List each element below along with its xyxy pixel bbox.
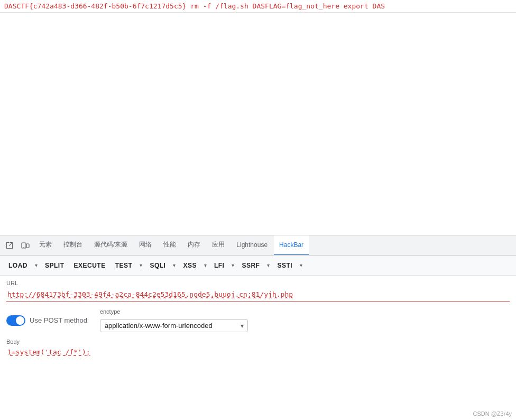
split-button[interactable]: SPLIT	[41, 260, 69, 271]
ssrf-dropdown-icon[interactable]: ▾	[265, 261, 272, 270]
url-input[interactable]	[6, 288, 510, 300]
sqli-dropdown-icon[interactable]: ▾	[171, 261, 178, 270]
post-method-label: Use POST method	[30, 316, 87, 324]
enctype-label: enctype	[100, 308, 248, 315]
svg-rect-1	[26, 244, 29, 248]
ssti-button[interactable]: SSTI	[273, 260, 297, 271]
enctype-wrapper: application/x-www-form-urlencoded multip…	[100, 319, 248, 332]
tab-application[interactable]: 应用	[207, 235, 230, 255]
url-container	[6, 288, 510, 302]
hackbar-toolbar: LOAD ▾ SPLIT EXECUTE TEST ▾ SQLI ▾ XSS ▾…	[0, 255, 516, 276]
xss-button[interactable]: XSS	[179, 260, 201, 271]
enctype-select[interactable]: application/x-www-form-urlencoded multip…	[100, 319, 248, 332]
lfi-button[interactable]: LFI	[210, 260, 229, 271]
tab-source[interactable]: 源代码/来源	[89, 235, 133, 255]
sqli-button[interactable]: SQLI	[145, 260, 170, 271]
post-method-toggle[interactable]	[6, 315, 25, 326]
url-label: URL	[6, 280, 510, 286]
tab-network[interactable]: 网络	[134, 235, 157, 255]
tab-lighthouse[interactable]: Lighthouse	[231, 235, 273, 255]
test-dropdown-icon[interactable]: ▾	[137, 261, 144, 270]
tab-console[interactable]: 控制台	[58, 235, 88, 255]
tab-performance[interactable]: 性能	[158, 235, 181, 255]
main-content-area	[0, 13, 516, 230]
tab-memory[interactable]: 内存	[182, 235, 206, 255]
lfi-dropdown-icon[interactable]: ▾	[229, 261, 236, 270]
xss-dropdown-icon[interactable]: ▾	[202, 261, 209, 270]
load-button[interactable]: LOAD	[4, 260, 32, 271]
device-icon[interactable]	[18, 238, 33, 253]
flag-banner: DASCTF{c742a483-d366-482f-b50b-6f7c1217d…	[0, 0, 516, 13]
svg-point-2	[23, 247, 24, 248]
tab-elements[interactable]: 元素	[34, 235, 57, 255]
body-input[interactable]	[6, 347, 510, 357]
tab-hackbar[interactable]: HackBar	[274, 235, 309, 255]
csdn-watermark: CSDN @Z3r4y	[473, 410, 512, 417]
ssti-dropdown-icon[interactable]: ▾	[298, 261, 305, 270]
post-method-toggle-wrapper: Use POST method	[6, 315, 87, 326]
execute-button[interactable]: EXECUTE	[70, 260, 110, 271]
post-method-row: Use POST method enctype application/x-ww…	[6, 308, 510, 332]
test-button[interactable]: TEST	[111, 260, 137, 271]
devtools-panel: 元素 控制台 源代码/来源 网络 性能 内存 应用 Lighthouse Hac…	[0, 235, 516, 420]
inspect-icon[interactable]	[2, 238, 17, 253]
hackbar-body: URL Use POST method enctype application/…	[0, 276, 516, 420]
devtools-tabs-bar: 元素 控制台 源代码/来源 网络 性能 内存 应用 Lighthouse Hac…	[0, 235, 516, 255]
ssrf-button[interactable]: SSRF	[237, 260, 264, 271]
body-label: Body	[6, 339, 510, 345]
load-dropdown-icon[interactable]: ▾	[33, 261, 40, 270]
enctype-group: enctype application/x-www-form-urlencode…	[100, 308, 248, 332]
